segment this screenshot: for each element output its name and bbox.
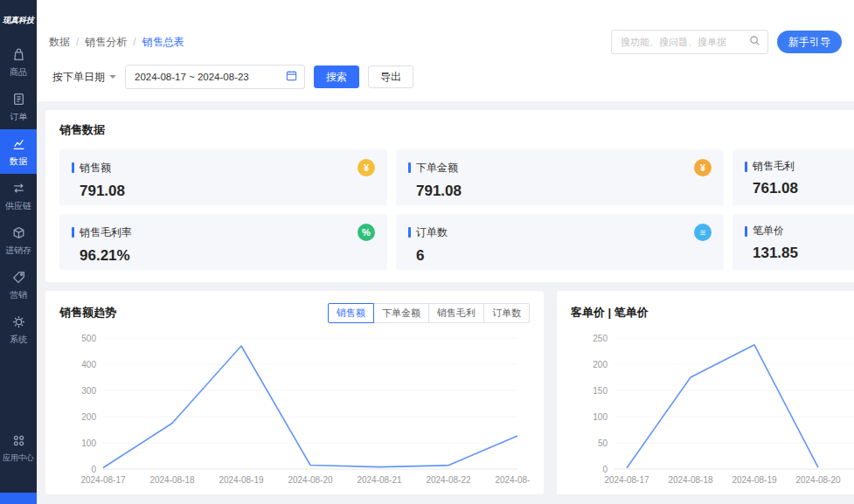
svg-text:2024-08-17: 2024-08-17 xyxy=(80,475,126,485)
svg-text:300: 300 xyxy=(81,386,96,396)
sidebar-spacer xyxy=(0,352,37,426)
sidebar-item-inventory[interactable]: 进销存 xyxy=(0,218,37,263)
svg-text:2024-08-21: 2024-08-21 xyxy=(357,475,402,485)
stat-value: 131.85 xyxy=(753,245,854,262)
app-center-icon xyxy=(11,433,26,450)
sidebar-item-marketing[interactable]: 营销 xyxy=(0,263,37,307)
stat-tile-gross-profit[interactable]: 销售毛利 761.08 xyxy=(732,149,854,205)
stat-tile-order-amount[interactable]: 下单金额 ¥ 791.08 xyxy=(396,149,724,205)
stat-label: 下单金额 xyxy=(416,161,458,176)
content-area: 销售数据 销售额 ¥ 791.08 下单金额 xyxy=(37,101,854,494)
main-area: 数据 销售分析 销售总表 新手引导 按下单日期 xyxy=(37,0,854,504)
stat-label: 销售额 xyxy=(80,161,111,176)
svg-text:400: 400 xyxy=(81,360,96,369)
sidebar-item-app-center[interactable]: 应用中心 xyxy=(0,426,37,470)
sidebar-item-orders[interactable]: 订单 xyxy=(0,85,37,129)
svg-text:250: 250 xyxy=(593,334,608,343)
stat-label: 销售毛利率 xyxy=(80,225,132,240)
accent-bar xyxy=(408,227,411,238)
stat-tiles: 销售额 ¥ 791.08 下单金额 ¥ 791.08 xyxy=(59,149,854,270)
tab-order-count[interactable]: 订单数 xyxy=(483,303,530,323)
date-range-picker xyxy=(125,65,305,89)
goods-icon xyxy=(11,47,26,64)
filter-bar: 按下单日期 搜索 导出 xyxy=(49,54,842,101)
sidebar-item-goods[interactable]: 商品 xyxy=(0,40,37,85)
beginner-guide-button[interactable]: 新手引导 xyxy=(777,31,842,53)
svg-text:2024-08-22: 2024-08-22 xyxy=(426,475,471,485)
dashboard-page: 现真科技 商品 订单 数据 供应链 xyxy=(0,0,854,504)
tab-sales-amount[interactable]: 销售额 xyxy=(328,303,374,323)
date-type-label: 按下单日期 xyxy=(52,70,105,85)
stat-label: 订单数 xyxy=(416,225,448,240)
date-type-dropdown[interactable]: 按下单日期 xyxy=(52,70,116,85)
svg-text:2024-08-17: 2024-08-17 xyxy=(604,475,649,485)
svg-text:2024-08-19: 2024-08-19 xyxy=(732,475,777,485)
tab-order-amount[interactable]: 下单金额 xyxy=(373,303,429,323)
breadcrumb: 数据 销售分析 销售总表 xyxy=(49,35,184,50)
avg-price-line-chart: 0501001502002502024-08-172024-08-182024-… xyxy=(571,331,854,488)
inventory-icon xyxy=(11,225,26,242)
accent-bar xyxy=(72,162,74,173)
date-range-input[interactable] xyxy=(133,71,281,83)
chart-title: 销售额趋势 xyxy=(59,305,116,321)
svg-text:2024-08-23: 2024-08-23 xyxy=(495,475,530,485)
breadcrumb-item[interactable]: 销售分析 xyxy=(85,35,142,50)
order-list-icon: ≡ xyxy=(694,224,712,241)
page-header: 数据 销售分析 销售总表 新手引导 按下单日期 xyxy=(37,0,854,101)
svg-text:100: 100 xyxy=(81,438,96,448)
brand-logo: 现真科技 xyxy=(0,0,37,40)
stat-value: 791.08 xyxy=(80,183,375,200)
card-title: 销售数据 xyxy=(59,122,854,138)
svg-text:0: 0 xyxy=(91,465,96,474)
accent-bar xyxy=(745,226,747,237)
charts-row: 销售额趋势 销售额 下单金额 销售毛利 订单数 0100200300400500… xyxy=(45,291,854,494)
stat-value: 761.08 xyxy=(753,180,854,197)
svg-text:2024-08-18: 2024-08-18 xyxy=(149,475,195,485)
stat-tile-order-count[interactable]: 订单数 ≡ 6 xyxy=(396,214,724,270)
stat-value: 6 xyxy=(416,247,712,265)
breadcrumb-item[interactable]: 数据 xyxy=(49,35,85,50)
svg-text:150: 150 xyxy=(593,386,608,396)
chevron-down-icon xyxy=(109,75,116,82)
stat-value: 96.21% xyxy=(80,247,375,265)
stat-tile-sales-amount[interactable]: 销售额 ¥ 791.08 xyxy=(59,149,387,205)
supply-chain-icon xyxy=(11,181,26,197)
sidebar-item-label: 数据 xyxy=(10,155,27,168)
stat-tile-gross-margin[interactable]: 销售毛利率 % 96.21% xyxy=(59,214,387,270)
svg-text:2024-08-20: 2024-08-20 xyxy=(288,475,333,485)
search-input[interactable] xyxy=(619,36,744,48)
chart-title: 客单价 | 笔单价 xyxy=(571,305,649,321)
sidebar-item-data[interactable]: 数据 xyxy=(0,129,37,174)
stat-tile-avg-order-value[interactable]: 笔单价 131.85 xyxy=(732,214,854,270)
sidebar-item-label: 进销存 xyxy=(5,245,31,257)
svg-text:50: 50 xyxy=(598,438,608,448)
sidebar-item-label: 供应链 xyxy=(5,200,31,212)
sales-data-card: 销售数据 销售额 ¥ 791.08 下单金额 xyxy=(45,110,854,282)
sidebar-item-label: 系统 xyxy=(10,334,27,346)
tab-gross-profit[interactable]: 销售毛利 xyxy=(428,303,484,323)
global-search xyxy=(611,30,768,54)
breadcrumb-item-current: 销售总表 xyxy=(142,35,184,50)
svg-text:500: 500 xyxy=(81,334,96,343)
accent-bar xyxy=(72,227,74,238)
svg-text:100: 100 xyxy=(593,412,608,422)
svg-text:200: 200 xyxy=(81,412,96,422)
avg-price-card: 客单价 | 笔单价 0501001502002502024-08-172024-… xyxy=(557,291,854,494)
sidebar-item-label: 营销 xyxy=(10,289,27,301)
stat-label: 销售毛利 xyxy=(753,159,795,174)
stat-value: 791.08 xyxy=(416,183,712,200)
export-button[interactable]: 导出 xyxy=(368,66,413,88)
search-button[interactable]: 搜索 xyxy=(314,66,359,88)
sidebar-item-system[interactable]: 系统 xyxy=(0,307,37,352)
sidebar-item-label: 应用中心 xyxy=(3,452,34,464)
accent-bar xyxy=(408,162,411,173)
system-gear-icon xyxy=(11,314,26,331)
sidebar-footer-accent[interactable] xyxy=(0,493,37,504)
percent-icon: % xyxy=(358,224,375,241)
sidebar: 现真科技 商品 订单 数据 供应链 xyxy=(0,0,37,504)
sidebar-item-supply-chain[interactable]: 供应链 xyxy=(0,174,37,218)
marketing-icon xyxy=(11,270,26,287)
search-icon[interactable] xyxy=(749,35,760,49)
calendar-icon[interactable] xyxy=(286,70,297,84)
yuan-icon: ¥ xyxy=(358,159,375,176)
